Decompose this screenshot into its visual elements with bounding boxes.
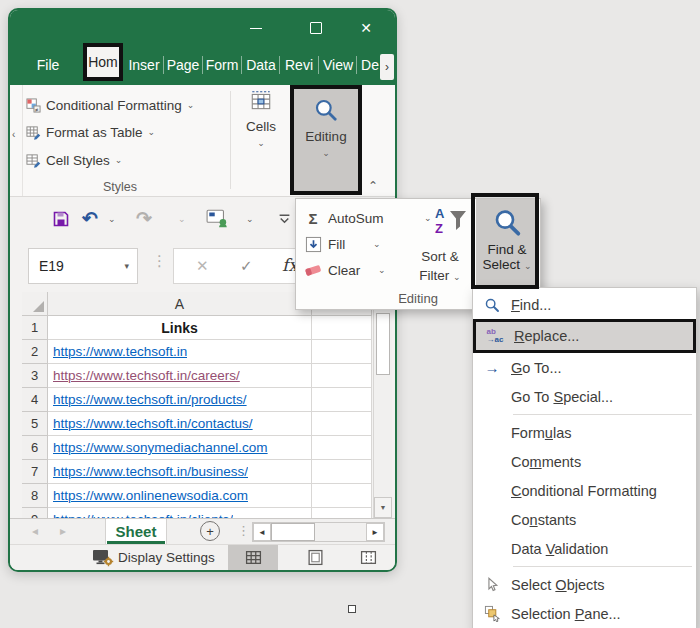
menu-item-replace-annotated[interactable]: ab→ac Replace... <box>473 319 696 353</box>
editing-button-annotated[interactable]: Editing ⌄ <box>290 85 362 195</box>
cell-a9-clipped[interactable]: https://www.techsoft.in/clients/ <box>48 508 312 518</box>
hyperlink[interactable]: https://www.sonymediachannel.com <box>53 440 268 455</box>
menu-item-conditional-formatting[interactable]: Conditional Formatting <box>473 476 696 505</box>
close-button[interactable]: ✕ <box>355 18 377 38</box>
scroll-down-button[interactable]: ▼ <box>374 497 392 518</box>
cell-b2[interactable] <box>312 340 372 364</box>
tab-data[interactable]: Data <box>243 45 279 85</box>
row-header[interactable]: 5 <box>22 412 48 436</box>
tab-file[interactable]: File <box>28 45 68 85</box>
tab-formulas[interactable]: Form <box>204 45 240 85</box>
undo-dropdown[interactable]: ⌄ <box>108 197 116 240</box>
cell-b3[interactable] <box>312 364 372 388</box>
vertical-scrollbar[interactable]: ▼ <box>373 292 392 518</box>
cell-b4[interactable] <box>312 388 372 412</box>
menu-item-find[interactable]: Find... <box>473 290 696 319</box>
name-box-dropdown-icon[interactable]: ▾ <box>124 261 129 271</box>
cell-a1[interactable]: Links <box>48 316 312 340</box>
cell-a7[interactable]: https://www.techsoft.in/business/ <box>48 460 312 484</box>
minimize-button[interactable] <box>245 18 267 38</box>
undo-button[interactable]: ↶ <box>82 197 98 240</box>
menu-item-formulas[interactable]: Formulas <box>473 418 696 447</box>
page-break-preview-button[interactable] <box>345 545 391 570</box>
conditional-formatting-button[interactable]: ≠ Conditional Formatting ⌄ <box>26 94 194 116</box>
row-header[interactable]: 1 <box>22 316 48 340</box>
cell-a2[interactable]: https://www.techsoft.in <box>48 340 312 364</box>
tab-developer[interactable]: De <box>358 45 382 85</box>
hyperlink[interactable]: https://www.techsoft.in <box>53 344 187 359</box>
chevron-down-icon[interactable]: ⌄ <box>373 239 381 249</box>
sort-filter-button[interactable]: AZ <box>434 205 468 241</box>
cell-styles-button[interactable]: Cell Styles ⌄ <box>26 149 122 171</box>
hyperlink[interactable]: https://www.techsoft.in/products/ <box>53 392 247 407</box>
ribbon-scroll-left-icon[interactable]: ‹ <box>12 129 15 140</box>
row-header[interactable]: 8 <box>22 484 48 508</box>
hyperlink-visited[interactable]: https://www.techsoft.in/careers/ <box>53 368 240 383</box>
horizontal-scrollbar-thumb[interactable] <box>271 523 315 541</box>
menu-item-constants[interactable]: Constants <box>473 505 696 534</box>
menu-item-comments[interactable]: Comments <box>473 447 696 476</box>
cell-b8[interactable] <box>312 484 372 508</box>
chevron-down-icon[interactable]: ⌄ <box>424 213 432 223</box>
row-header[interactable]: 3 <box>22 364 48 388</box>
display-settings-button[interactable]: Display Settings <box>92 545 215 570</box>
cells-button[interactable]: Cells ⌄ <box>237 89 285 191</box>
hyperlink[interactable]: https://www.techsoft.in/business/ <box>53 464 248 479</box>
cell-a3[interactable]: https://www.techsoft.in/careers/ <box>48 364 312 388</box>
cell-b7[interactable] <box>312 460 372 484</box>
customize-qat-button[interactable] <box>278 197 291 240</box>
find-select-button[interactable]: Find & Select ⌄ <box>476 199 538 289</box>
format-as-table-button[interactable]: Format as Table ⌄ <box>26 121 155 143</box>
collapse-ribbon-icon[interactable]: ⌃ <box>368 179 378 193</box>
cell-a8[interactable]: https://www.onlinenewsodia.com <box>48 484 312 508</box>
vertical-scrollbar-thumb[interactable] <box>376 313 390 375</box>
qat-item-dropdown[interactable]: ⌄ <box>246 197 254 240</box>
maximize-button[interactable] <box>305 18 327 38</box>
scroll-right-button[interactable]: ► <box>366 523 384 541</box>
cell-b1[interactable] <box>312 316 372 340</box>
redo-dropdown[interactable]: ⌄ <box>178 197 186 240</box>
row-header[interactable]: 9 <box>22 508 48 518</box>
cell-a4[interactable]: https://www.techsoft.in/products/ <box>48 388 312 412</box>
normal-view-button[interactable] <box>228 545 278 570</box>
cell-b9[interactable] <box>312 508 372 518</box>
redo-button[interactable]: ↷ <box>136 197 152 240</box>
sort-filter-label-line2[interactable]: Filter ⌄ <box>408 268 472 283</box>
new-sheet-button[interactable]: + <box>200 521 220 541</box>
cell-b6[interactable] <box>312 436 372 460</box>
menu-item-go-to[interactable]: → Go To... <box>473 353 696 382</box>
hyperlink[interactable]: https://www.onlinenewsodia.com <box>53 488 248 503</box>
menu-item-select-objects[interactable]: Select Objects <box>473 570 696 599</box>
row-header[interactable]: 4 <box>22 388 48 412</box>
tab-overflow-button[interactable]: › <box>380 54 394 80</box>
fill-button[interactable]: Fill <box>304 233 345 255</box>
formula-bar-grip-icon[interactable]: ⋮ <box>152 252 167 270</box>
clear-button[interactable]: Clear <box>304 259 360 281</box>
autosum-button[interactable]: Σ AutoSum <box>304 207 384 229</box>
select-all-corner[interactable] <box>22 292 48 316</box>
cell-a6[interactable]: https://www.sonymediachannel.com <box>48 436 312 460</box>
name-box[interactable]: E19 ▾ <box>28 248 138 284</box>
display-settings-qat-button[interactable] <box>206 197 230 240</box>
page-layout-view-button[interactable] <box>292 545 338 570</box>
tab-view[interactable]: View <box>320 45 356 85</box>
tab-page-layout[interactable]: Page <box>165 45 201 85</box>
cell-a5[interactable]: https://www.techsoft.in/contactus/ <box>48 412 312 436</box>
column-header-a[interactable]: A <box>48 292 312 316</box>
cancel-icon[interactable]: ✕ <box>196 257 209 275</box>
hyperlink[interactable]: https://www.techsoft.in/contactus/ <box>53 416 253 431</box>
enter-icon[interactable]: ✓ <box>240 257 253 275</box>
row-header[interactable]: 7 <box>22 460 48 484</box>
tab-review[interactable]: Revi <box>281 45 317 85</box>
menu-item-data-validation[interactable]: Data Validation <box>473 534 696 563</box>
menu-item-selection-pane[interactable]: Selection Pane... <box>473 599 696 628</box>
save-button[interactable] <box>52 197 70 240</box>
sort-filter-label-line1[interactable]: Sort & <box>408 249 472 264</box>
row-header[interactable]: 6 <box>22 436 48 460</box>
previous-sheet-icon[interactable]: ◂ <box>32 524 38 538</box>
cell-b5[interactable] <box>312 412 372 436</box>
chevron-down-icon[interactable]: ⌄ <box>378 265 386 275</box>
scroll-left-button[interactable]: ◄ <box>253 523 271 541</box>
tab-insert[interactable]: Inser <box>126 45 162 85</box>
tab-home-annotated[interactable]: Hom <box>83 43 123 81</box>
